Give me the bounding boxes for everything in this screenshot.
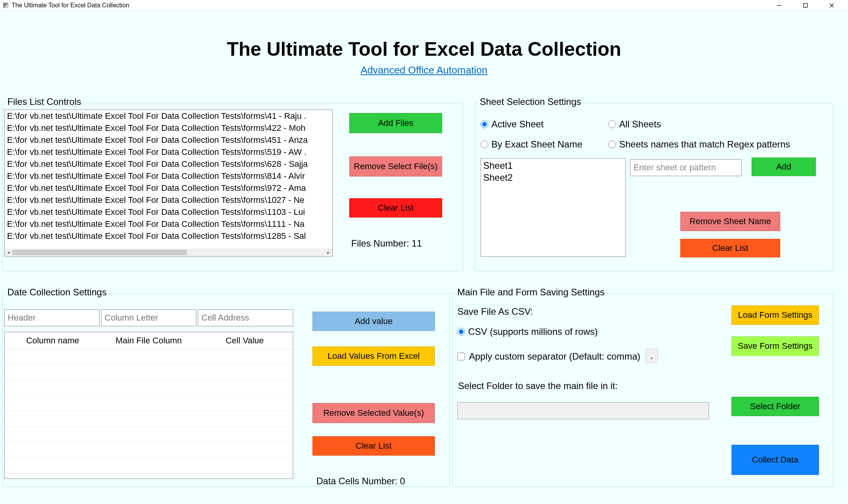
window-title: The Ultimate Tool for Excel Data Collect… (12, 2, 766, 9)
select-folder-label: Select Folder to save the main file in i… (458, 381, 618, 391)
advanced-automation-link[interactable]: Advanced Office Automation (360, 64, 488, 76)
file-list-item[interactable]: E:\for vb.net test\Ultimate Excel Tool F… (5, 194, 332, 206)
table-row (5, 427, 293, 442)
th-cell-value: Cell Value (197, 336, 293, 346)
radio-active-sheet-label: Active Sheet (491, 119, 544, 130)
files-list-hscrollbar[interactable]: ◂ ▸ (5, 249, 332, 256)
clear-values-button[interactable]: Clear List (312, 436, 435, 456)
cell-address-input[interactable] (198, 309, 293, 326)
file-list-item[interactable]: E:\for vb.net test\Ultimate Excel Tool F… (5, 146, 332, 158)
sheet-selection-legend: Sheet Selection Settings (478, 96, 583, 107)
sheet-selection-group: Sheet Selection Settings Active Sheet Al… (475, 103, 833, 271)
table-row (5, 349, 293, 365)
table-row (5, 380, 293, 396)
radio-regex[interactable]: Sheets names that match Regex patterns (608, 139, 790, 150)
remove-selected-values-button[interactable]: Remove Selected Value(s) (312, 403, 435, 423)
radio-regex-label: Sheets names that match Regex patterns (619, 139, 790, 150)
th-column-name: Column name (5, 336, 101, 346)
sheet-list-item[interactable]: Sheet2 (483, 171, 623, 183)
file-list-item[interactable]: E:\for vb.net test\Ultimate Excel Tool F… (5, 218, 332, 230)
save-csv-label: Save File As CSV: (457, 306, 533, 317)
files-listbox[interactable]: E:\for vb.net test\Ultimate Excel Tool F… (4, 110, 333, 257)
minimize-button[interactable] (766, 0, 792, 11)
table-row (5, 396, 293, 411)
table-row (5, 365, 293, 380)
add-sheet-button[interactable]: Add (752, 158, 816, 176)
radio-exact-name-label: By Exact Sheet Name (491, 139, 582, 150)
file-list-item[interactable]: E:\for vb.net test\Ultimate Excel Tool F… (5, 182, 332, 194)
files-list-legend: Files List Controls (6, 96, 83, 107)
radio-exact-name[interactable]: By Exact Sheet Name (481, 139, 582, 150)
table-row (5, 458, 293, 473)
maximize-button[interactable] (792, 0, 819, 11)
data-cells-count-label: Data Cells Number: 0 (316, 476, 405, 487)
custom-separator-label: Apply custom separator (Default: comma) (469, 351, 640, 362)
file-list-item[interactable]: E:\for vb.net test\Ultimate Excel Tool F… (5, 158, 332, 170)
sheet-pattern-input[interactable] (630, 159, 742, 176)
separator-input[interactable] (645, 349, 658, 363)
close-button[interactable] (819, 0, 845, 11)
th-main-file-column: Main File Column (101, 336, 197, 346)
window-titlebar: The Ultimate Tool for Excel Data Collect… (0, 0, 848, 11)
save-form-settings-button[interactable]: Save Form Settings (731, 336, 819, 356)
table-row (5, 442, 293, 458)
file-list-item[interactable]: E:\for vb.net test\Ultimate Excel Tool F… (5, 170, 332, 182)
cells-table[interactable]: Column name Main File Column Cell Value (4, 332, 293, 479)
scroll-left-icon[interactable]: ◂ (5, 249, 12, 256)
remove-sheet-button[interactable]: Remove Sheet Name (680, 212, 780, 231)
clear-sheets-button[interactable]: Clear List (680, 239, 780, 257)
main-file-legend: Main File and Form Saving Settings (456, 287, 606, 298)
main-file-group: Main File and Form Saving Settings Save … (452, 293, 833, 487)
file-list-item[interactable]: E:\for vb.net test\Ultimate Excel Tool F… (5, 122, 332, 134)
data-collection-legend: Date Collection Settings (6, 287, 108, 298)
page-header: The Ultimate Tool for Excel Data Collect… (0, 11, 848, 76)
app-icon (3, 3, 9, 8)
scroll-right-icon[interactable]: ▸ (324, 249, 332, 256)
radio-active-sheet[interactable]: Active Sheet (481, 119, 544, 130)
column-letter-input[interactable] (101, 309, 196, 326)
radio-all-sheets[interactable]: All Sheets (608, 119, 661, 130)
load-values-from-excel-button[interactable]: Load Values From Excel (312, 346, 435, 366)
page-title: The Ultimate Tool for Excel Data Collect… (0, 38, 848, 60)
custom-separator-checkbox[interactable]: Apply custom separator (Default: comma) (457, 351, 640, 362)
files-count-label: Files Number: 11 (351, 238, 422, 249)
radio-all-sheets-label: All Sheets (619, 119, 661, 130)
remove-files-button[interactable]: Remove Select File(s) (349, 156, 442, 177)
file-list-item[interactable]: E:\for vb.net test\Ultimate Excel Tool F… (5, 110, 332, 122)
scroll-thumb[interactable] (12, 250, 187, 255)
add-value-button[interactable]: Add value (312, 312, 435, 331)
table-row (5, 411, 293, 427)
sheets-listbox[interactable]: Sheet1Sheet2 (481, 158, 626, 257)
sheet-list-item[interactable]: Sheet1 (483, 159, 623, 171)
files-list-group: Files List Controls E:\for vb.net test\U… (2, 103, 463, 271)
header-input[interactable] (4, 309, 100, 326)
radio-csv[interactable]: CSV (supports millions of rows) (457, 326, 598, 337)
svg-rect-1 (803, 3, 807, 7)
folder-path-input[interactable] (457, 402, 709, 419)
file-list-item[interactable]: E:\for vb.net test\Ultimate Excel Tool F… (5, 134, 332, 146)
select-folder-button[interactable]: Select Folder (731, 397, 819, 416)
data-collection-group: Date Collection Settings Column name Mai… (2, 293, 450, 487)
cells-table-header: Column name Main File Column Cell Value (5, 332, 293, 349)
clear-files-button[interactable]: Clear List (349, 198, 442, 218)
load-form-settings-button[interactable]: Load Form Settings (731, 305, 819, 325)
collect-data-button[interactable]: Collect Data (731, 445, 819, 475)
file-list-item[interactable]: E:\for vb.net test\Ultimate Excel Tool F… (5, 206, 332, 218)
file-list-item[interactable]: E:\for vb.net test\Ultimate Excel Tool F… (5, 230, 332, 242)
radio-csv-label: CSV (supports millions of rows) (468, 326, 598, 337)
add-files-button[interactable]: Add Files (349, 113, 442, 133)
